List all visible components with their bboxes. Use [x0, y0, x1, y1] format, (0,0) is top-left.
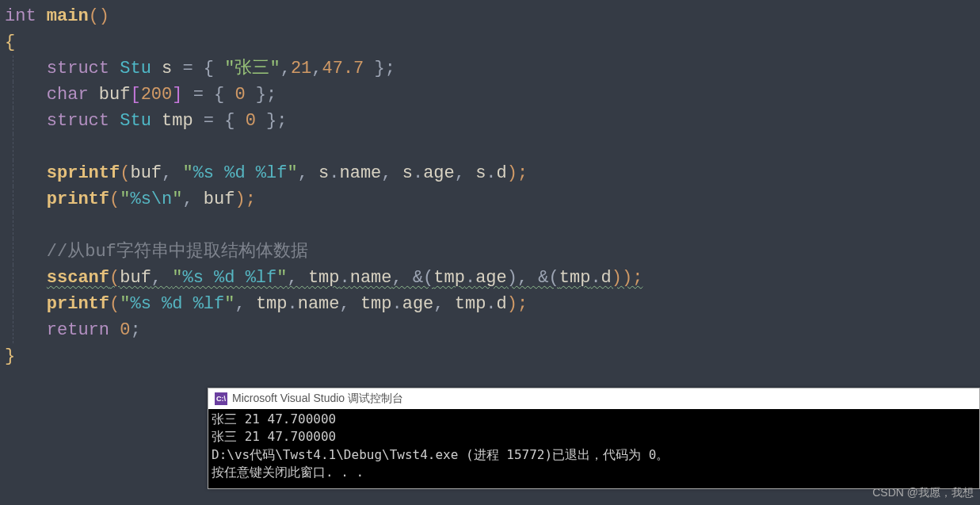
quote: ": [276, 268, 287, 288]
punct: , &(: [392, 268, 434, 288]
string-literal: "张三": [224, 59, 280, 78]
format-spec: %s %d %lf: [193, 163, 288, 183]
var-tmp: tmp: [360, 294, 392, 314]
comma: ,: [287, 268, 307, 288]
keyword-return: return: [47, 320, 109, 340]
paren: (: [120, 163, 130, 183]
member-d: d: [497, 163, 507, 183]
quote: ": [120, 294, 130, 314]
number: 21: [291, 59, 311, 78]
punct: = {: [193, 111, 246, 131]
var-buf: buf: [99, 85, 131, 105]
var-tmp: tmp: [256, 294, 288, 314]
var-tmp: tmp: [433, 268, 465, 288]
bracket: [: [130, 85, 140, 105]
quote: ": [172, 189, 182, 209]
member-name: name: [298, 294, 340, 314]
debug-console-window[interactable]: C:\ Microsoft Visual Studio 调试控制台 张三 21 …: [208, 388, 980, 489]
code-line: [5, 134, 975, 160]
var-s: s: [162, 59, 172, 78]
function-main: main: [47, 6, 89, 26]
console-line: 按任意键关闭此窗口. . .: [212, 465, 364, 480]
member-name: name: [350, 268, 392, 288]
member-name: name: [340, 163, 382, 183]
console-output[interactable]: 张三 21 47.700000 张三 21 47.700000 D:\vs代码\…: [208, 409, 979, 488]
console-line: D:\vs代码\Twst4.1\Debug\Twst4.exe (进程 1577…: [212, 447, 669, 462]
comma: ,: [298, 163, 318, 183]
code-line: char buf[200] = { 0 };: [5, 82, 975, 108]
console-title-text: Microsoft Visual Studio 调试控制台: [232, 392, 403, 406]
dot: .: [329, 163, 339, 183]
code-line: struct Stu s = { "张三",21,47.7 };: [5, 55, 975, 82]
comment: //从buf字符串中提取结构体数据: [47, 242, 308, 262]
function-printf: printf: [47, 294, 109, 314]
code-line: return 0;: [5, 317, 975, 343]
var-tmp: tmp: [559, 268, 591, 288]
dot: .: [413, 163, 423, 183]
brace-open: {: [5, 33, 15, 52]
paren-semi: );: [507, 163, 528, 183]
code-editor[interactable]: int main() { struct Stu s = { "张三",21,47…: [0, 0, 980, 373]
punct: = {: [182, 85, 235, 105]
code-line: int main(): [5, 3, 975, 29]
punct: = {: [172, 59, 224, 78]
brace-close: }: [5, 346, 15, 366]
quote: ": [120, 189, 130, 209]
keyword-int: int: [5, 6, 36, 26]
var-s: s: [475, 163, 486, 183]
var-s: s: [318, 163, 329, 183]
comma: ,: [182, 189, 203, 209]
format-spec: %s %d %lf: [182, 268, 276, 288]
comma: ,: [433, 294, 454, 314]
quote: ": [182, 163, 193, 183]
paren-semi: );: [507, 294, 528, 314]
comma: ,: [162, 163, 182, 183]
paren: (: [109, 189, 120, 209]
number: 47.7: [322, 59, 364, 78]
code-line: struct Stu tmp = { 0 };: [5, 108, 975, 134]
punct: ), &(: [507, 268, 559, 288]
dot: .: [486, 163, 496, 183]
comma: ,: [381, 163, 402, 183]
punct: };: [246, 85, 277, 105]
dot: .: [486, 294, 496, 314]
var-tmp: tmp: [308, 268, 340, 288]
comma: ,: [311, 59, 322, 78]
comma: ,: [280, 59, 291, 78]
code-line: {: [5, 29, 975, 55]
code-line: sscanf(buf, "%s %d %lf", tmp.name, &(tmp…: [5, 265, 975, 291]
keyword-struct: struct: [47, 111, 109, 131]
console-icon: C:\: [215, 392, 227, 405]
dot: .: [287, 294, 297, 314]
escape: \n: [151, 189, 172, 209]
quote: ": [287, 163, 297, 183]
watermark: CSDN @我愿，我想: [872, 486, 974, 500]
punct: };: [256, 111, 288, 131]
number: 0: [235, 85, 245, 105]
member-age: age: [475, 268, 507, 288]
dot: .: [392, 294, 402, 314]
function-printf: printf: [47, 189, 109, 209]
comma: ,: [455, 163, 475, 183]
var-tmp: tmp: [162, 111, 193, 131]
paren-semi: ));: [612, 268, 643, 288]
console-line: 张三 21 47.700000: [212, 429, 336, 444]
member-age: age: [402, 294, 434, 314]
dot: .: [340, 268, 350, 288]
paren: (: [109, 268, 120, 288]
console-line: 张三 21 47.700000: [212, 411, 336, 427]
paren-semi: );: [235, 189, 255, 209]
number: 0: [246, 111, 256, 131]
var-buf: buf: [120, 268, 151, 288]
keyword-struct: struct: [47, 59, 109, 78]
type-stu: Stu: [120, 111, 151, 131]
quote: ": [224, 294, 235, 314]
punct: };: [364, 59, 395, 78]
bracket: ]: [172, 85, 182, 105]
paren: (: [109, 294, 120, 314]
console-titlebar[interactable]: C:\ Microsoft Visual Studio 调试控制台: [208, 388, 979, 409]
semicolon: ;: [130, 320, 140, 340]
dot: .: [465, 268, 475, 288]
type-stu: Stu: [120, 59, 151, 78]
dot: .: [590, 268, 601, 288]
